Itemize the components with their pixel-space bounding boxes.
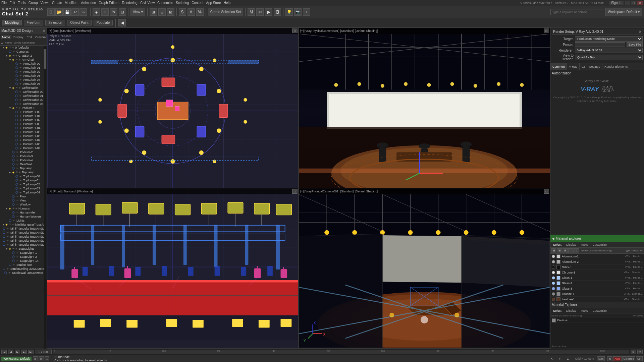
next-frame-btn[interactable]: ▶| bbox=[21, 350, 27, 354]
select-btn[interactable]: ◈ bbox=[93, 8, 100, 16]
tree-item-6[interactable]: ⬡👁ArmChair-02 bbox=[0, 70, 44, 74]
tree-item-55[interactable]: ⬡👁StudioCeiling-30x30Meter bbox=[0, 267, 44, 271]
tab-object-paint[interactable]: Object Paint bbox=[67, 20, 91, 25]
tree-item-44[interactable]: ▼◈👁 ◈MiniTriangularTrussAndLights bbox=[0, 223, 44, 227]
tab-populate[interactable]: Populate bbox=[94, 20, 113, 25]
menu-create[interactable]: Create bbox=[52, 1, 62, 5]
tree-item-27[interactable]: ⬡👁Podium-3 bbox=[0, 154, 44, 158]
play-btn[interactable]: ▶ bbox=[15, 350, 20, 354]
viewport-top[interactable]: [+] [Top] [Standard] [Wireframe] □ Polys… bbox=[47, 27, 299, 188]
tree-item-54[interactable]: ⬡👁StudioFloor bbox=[0, 263, 44, 267]
menu-file[interactable]: File bbox=[1, 1, 7, 5]
tree-item-32[interactable]: ⬡👁TopLamp-00 bbox=[0, 174, 44, 178]
menu-tools[interactable]: Tools bbox=[18, 1, 25, 5]
sort-header[interactable]: ▲ Name (Sorted Ascending) bbox=[0, 40, 47, 46]
tree-item-26[interactable]: ⬡👁Podium-2 bbox=[0, 150, 44, 154]
menu-content[interactable]: Content bbox=[192, 1, 203, 5]
go-end-btn[interactable]: ▶| bbox=[28, 350, 34, 354]
tree-item-12[interactable]: ⬡👁CoffeeTable-01 bbox=[0, 94, 44, 98]
helper-btn[interactable]: + bbox=[303, 8, 310, 16]
tree-item-53[interactable]: ⬡👁StageLight-14 bbox=[0, 259, 44, 263]
tree-item-45[interactable]: ⬡👁MiniTriangularTrussAndLights-1 bbox=[0, 227, 44, 231]
mat-tab-select[interactable]: Select bbox=[551, 243, 564, 247]
mat2-tab-display[interactable]: Display bbox=[564, 309, 578, 313]
vp-persp-label[interactable]: [+] [VrayPhysicalCamera001] [Standard] [… bbox=[300, 29, 378, 33]
tree-item-25[interactable]: ⬡👁Podium-1-09 bbox=[0, 146, 44, 150]
tab-modeling[interactable]: Modeling bbox=[2, 20, 22, 25]
se-tab-customize[interactable]: Customize bbox=[34, 35, 47, 39]
tree-item-10[interactable]: ▼◈👁 ◈CoffeeTable bbox=[0, 86, 44, 90]
workspace-btn[interactable]: Workspace: Default bbox=[1, 357, 32, 361]
tree-item-0[interactable]: ▼◈👁 ◈0 (default) bbox=[0, 46, 44, 50]
ref-coord-dropdown[interactable]: View ▾ bbox=[130, 8, 145, 16]
menu-graph-editors[interactable]: Graph Editors bbox=[99, 1, 119, 5]
vray-tab-gi[interactable]: GI bbox=[580, 63, 587, 70]
mat-tool-1[interactable]: ⊞ bbox=[551, 248, 556, 253]
viewport-perspective[interactable]: [+] [VrayPhysicalCamera001] [Standard] [… bbox=[299, 27, 550, 188]
maximize-btn[interactable]: □ bbox=[631, 1, 636, 5]
mat-row-1[interactable]: Aluminium-2VRa... Harde... bbox=[550, 259, 644, 264]
tree-item-16[interactable]: ⬡👁Podium-1-00 bbox=[0, 110, 44, 114]
timeline-track[interactable]: 0102030405060708090100 bbox=[53, 350, 629, 354]
mat-row-4[interactable]: Glass-1VRa... Harde... bbox=[550, 275, 644, 281]
tree-item-28[interactable]: ⬡👁Podium-4 bbox=[0, 158, 44, 162]
tree-item-35[interactable]: ⬡👁TopLamp-03 bbox=[0, 186, 44, 190]
view-to-render-dropdown[interactable]: Quad 4 - Top bbox=[575, 55, 643, 60]
tree-item-34[interactable]: ⬡👁TopLamp-02 bbox=[0, 182, 44, 186]
mat2-sort-header[interactable]: Name (Sorted Ascending) Property bbox=[550, 313, 644, 318]
view-btn-2[interactable]: ▤ bbox=[39, 356, 44, 361]
tree-item-50[interactable]: ▼◈👁 ◈StageLights bbox=[0, 247, 44, 251]
frame-counter[interactable]: 0 / 100 bbox=[35, 350, 52, 354]
vp-front-corner[interactable]: □ bbox=[292, 189, 298, 194]
material-editor-header[interactable]: ◀ Material Explorer bbox=[550, 235, 644, 242]
menu-animation[interactable]: Animation bbox=[81, 1, 96, 5]
mat-row-6[interactable]: Glass-3VRa... Harde... bbox=[550, 286, 644, 291]
vp-camera-corner[interactable]: □ bbox=[544, 189, 549, 194]
mat-row-2[interactable]: Black-1VRa... Harde... bbox=[550, 264, 644, 270]
menu-customize[interactable]: Customize bbox=[157, 1, 173, 5]
move-btn[interactable]: ✛ bbox=[101, 8, 109, 16]
percent-snap-btn[interactable]: % bbox=[196, 8, 204, 16]
auto-btn[interactable]: Auto bbox=[597, 356, 605, 361]
se-tab-edit[interactable]: Edit bbox=[25, 35, 34, 39]
rotate-btn[interactable]: ↻ bbox=[110, 8, 117, 16]
vp-persp-corner[interactable]: □ bbox=[544, 28, 549, 33]
mat2-tab-tools[interactable]: Tools bbox=[579, 309, 590, 313]
tree-item-5[interactable]: ⬡👁ArmChair-01 bbox=[0, 66, 44, 70]
new-btn[interactable]: 🗋 bbox=[47, 8, 55, 16]
angle-snap-btn[interactable]: A bbox=[187, 8, 195, 16]
tab-selection[interactable]: Selection bbox=[45, 20, 65, 25]
mat-tool-3[interactable]: ⊠ bbox=[562, 248, 568, 253]
menu-civil-view[interactable]: Civil View bbox=[140, 1, 155, 5]
mat-row-3[interactable]: Chrome-1VRa... Standa... bbox=[550, 270, 644, 275]
tree-item-9[interactable]: ⬡👁ArmChair-05 bbox=[0, 82, 44, 86]
viewport-front[interactable]: [+] [Front] [Standard] [Wireframe] □ bbox=[47, 188, 299, 349]
open-btn[interactable]: 📂 bbox=[55, 8, 63, 16]
undo-btn[interactable]: ↩ bbox=[71, 8, 79, 16]
tree-item-38[interactable]: ⬡👁View bbox=[0, 198, 44, 202]
camera-icon-btn[interactable]: 📷 bbox=[294, 8, 302, 16]
auto-key-btn[interactable]: Auto bbox=[613, 356, 621, 361]
key-mode-btn[interactable]: K bbox=[631, 350, 636, 354]
tree-item-21[interactable]: ⬡👁Podium-1-05 bbox=[0, 130, 44, 134]
menu-app-store[interactable]: App Store bbox=[206, 1, 221, 5]
tree-item-37[interactable]: ⬡👁Floor bbox=[0, 194, 44, 198]
vp-top-label[interactable]: [+] [Top] [Standard] [Wireframe] bbox=[49, 29, 91, 33]
scene-tree-scrollbar[interactable] bbox=[44, 46, 47, 349]
tree-item-8[interactable]: ⬡👁ArmChair-04 bbox=[0, 78, 44, 82]
tree-item-20[interactable]: ⬡👁Podium-1-04 bbox=[0, 126, 44, 130]
selection-set-btn[interactable]: Create Selection Set bbox=[208, 8, 244, 16]
tree-item-36[interactable]: ⬡👁TopLamp-04 bbox=[0, 190, 44, 194]
view-btn-3[interactable]: □ bbox=[45, 356, 49, 361]
mat-tool-2[interactable]: ⊟ bbox=[557, 248, 562, 253]
target-dropdown[interactable]: Production Rendering Mode bbox=[575, 36, 643, 42]
menu-rendering[interactable]: Rendering bbox=[122, 1, 138, 5]
search-input[interactable] bbox=[550, 9, 604, 15]
tree-item-17[interactable]: ⬡👁Podium-1-01 bbox=[0, 114, 44, 118]
vp-front-label[interactable]: [+] [Front] [Standard] [Wireframe] bbox=[49, 190, 93, 193]
tab-freeform[interactable]: Freeform bbox=[24, 20, 44, 25]
mat-row-8[interactable]: Leather-1VRa... Standa... bbox=[550, 297, 644, 302]
menu-modifiers[interactable]: Modifiers bbox=[65, 1, 78, 5]
light-icon-btn[interactable]: 💡 bbox=[285, 8, 293, 16]
menu-help[interactable]: Help bbox=[224, 1, 231, 5]
